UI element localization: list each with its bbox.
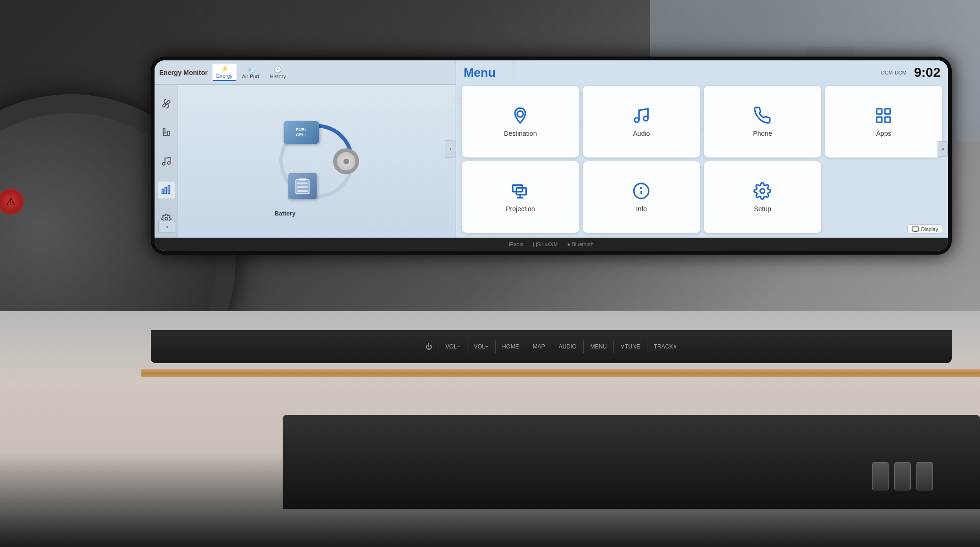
home-button[interactable]: HOME [496,340,526,353]
panel-expand-arrow[interactable]: › [445,141,456,157]
energy-tab-icon: ⚡ [220,65,229,73]
svg-point-0 [165,103,167,105]
audio-button[interactable]: AUDIO [552,340,584,353]
svg-rect-36 [912,227,919,231]
right-panel: Menu DCM DCM 9:02 [456,60,948,238]
menu-item-info[interactable]: Info [583,161,700,233]
tabs-bar: Energy Monitor ⚡ Energy 💨 Air Puri. 🕐 Hi… [155,60,456,85]
svg-rect-3 [162,189,163,193]
expand-arrow-icon: › [449,146,451,152]
iradio-label: iRadio [509,241,523,247]
svg-point-23 [644,116,648,121]
track-button[interactable]: TRACK∧ [647,340,684,353]
display-monitor-icon [912,226,919,232]
svg-rect-26 [877,117,882,122]
projection-label: Projection [506,205,535,213]
setup-label: Setup [754,205,771,213]
sidebar-music-icon[interactable] [158,153,175,170]
svg-rect-12 [297,186,308,188]
menu-item-phone[interactable]: Phone [704,86,821,157]
screen-content: Energy Monitor ⚡ Energy 💨 Air Puri. 🕐 Hi… [155,60,948,238]
sidebar-fan-icon[interactable] [158,95,175,112]
history-tab-icon: 🕐 [274,66,282,73]
left-sidebar [155,85,178,238]
menu-title: Menu [464,66,496,80]
battery-svg [294,177,311,196]
svg-rect-27 [885,117,890,122]
menu-empty-slot [825,161,942,233]
battery-box [288,173,317,199]
svg-rect-25 [885,108,890,114]
setup-icon [753,182,771,202]
menu-time: 9:02 [914,65,940,80]
vent-knob-1 [872,462,889,490]
menu-header: Menu DCM DCM 9:02 [456,60,948,83]
display-button[interactable]: Display [907,224,942,234]
sidebar-seat-icon[interactable] [158,124,175,141]
apps-label: Apps [876,130,891,137]
svg-point-6 [165,217,168,220]
vent-knob-2 [894,462,911,490]
phone-label: Phone [753,130,772,137]
vol-down-button[interactable]: VOL− [439,340,467,353]
svg-rect-11 [297,182,308,184]
menu-item-setup[interactable]: Setup [704,161,821,233]
siriusxm-label: |||SiriusXM [533,241,558,247]
vent-knobs [872,462,933,490]
screen-bottom-bar: iRadio |||SiriusXM ● Bluetooth [155,238,948,251]
history-tab-label: History [270,74,286,79]
svg-point-35 [760,189,765,193]
right-panel-arrow[interactable]: » [938,141,948,157]
svg-point-21 [517,111,523,117]
energy-monitor-title: Energy Monitor [159,69,208,76]
menu-status: DCM DCM [881,70,906,75]
tab-history[interactable]: 🕐 History [266,64,290,81]
menu-button[interactable]: MENU [584,340,614,353]
svg-rect-5 [168,186,170,194]
vol-up-button[interactable]: VOL+ [467,340,496,353]
dcm-status-1: DCM [881,70,893,75]
menu-item-audio[interactable]: Audio [583,86,700,157]
back-arrow-icon: « [165,224,169,230]
menu-item-destination[interactable]: Destination [462,86,579,157]
tune-button[interactable]: ∨TUNE [614,340,647,353]
svg-point-2 [167,162,170,165]
menu-header-right: DCM DCM 9:02 [881,65,940,80]
projection-icon [511,182,529,202]
air-tab-label: Air Puri. [242,74,261,79]
tab-energy[interactable]: ⚡ Energy [212,64,237,81]
left-panel: Energy Monitor ⚡ Energy 💨 Air Puri. 🕐 Hi… [155,60,456,238]
fuel-cell-box: FUELCELL [284,121,319,144]
svg-rect-13 [297,190,308,192]
wheel-hub [343,158,349,164]
info-icon [632,182,650,202]
left-panel-back-button[interactable]: « [158,221,175,233]
energy-diagram-container: FUELCELL [270,114,364,208]
fuel-cell-label: FUELCELL [296,127,307,138]
map-button[interactable]: MAP [526,340,552,353]
infotainment-screen: Energy Monitor ⚡ Energy 💨 Air Puri. 🕐 Hi… [151,57,952,255]
bluetooth-label: ● Bluetooth [567,241,594,247]
svg-point-22 [635,117,639,122]
menu-item-projection[interactable]: Projection [462,161,579,233]
vent-knob-3 [916,462,933,490]
menu-grid: Destination Audio [456,83,948,238]
svg-rect-4 [165,187,167,193]
phone-icon [753,107,771,127]
power-button[interactable]: ⏻ [419,340,439,353]
svg-rect-24 [877,108,882,114]
tab-air-puri[interactable]: 💨 Air Puri. [238,64,264,81]
copper-strip [141,369,980,377]
dcm-status-2: DCM [895,70,906,75]
svg-rect-10 [299,178,306,181]
physical-controls-bar: ⏻ VOL− VOL+ HOME MAP AUDIO MENU ∨TUNE TR… [151,330,952,363]
menu-item-apps[interactable]: Apps [825,86,942,157]
info-label: Info [636,205,647,213]
display-btn-label: Display [921,226,938,232]
sidebar-chart-icon[interactable] [158,182,175,199]
energy-tab-label: Energy [216,73,233,79]
air-tab-icon: 💨 [247,66,255,73]
menu-overlay: Menu DCM DCM 9:02 [456,60,948,238]
audio-icon [632,107,650,127]
destination-label: Destination [504,130,537,137]
